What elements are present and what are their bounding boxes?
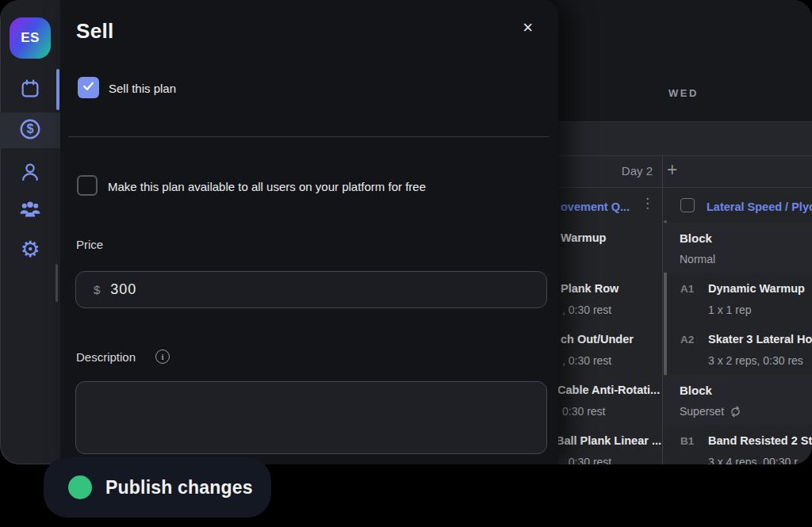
block-title: Block (680, 231, 712, 245)
block-subtitle: Normal (680, 253, 715, 265)
sidebar-item-payments[interactable]: $ (0, 113, 60, 148)
avatar[interactable]: ES (10, 17, 51, 59)
plan-view: WED Day 2 + ovement Q... ⋮ Warmup (555, 0, 812, 464)
price-value: 300 (110, 281, 136, 298)
plan-content: ovement Q... ⋮ Warmup Plank Row , 0:30 r… (555, 188, 812, 464)
free-plan-checkbox[interactable] (77, 175, 98, 196)
publish-changes-button[interactable]: Publish changes (44, 457, 271, 517)
exercise-name[interactable]: Band Resisted 2 Step (708, 434, 812, 447)
calendar-icon (19, 78, 41, 103)
block-title: Block (680, 384, 712, 397)
exercise-label: B1 (680, 435, 694, 447)
exercise-details: 1 x 1 rep (708, 304, 751, 316)
sidebar-scrollbar[interactable] (56, 264, 58, 302)
info-icon[interactable]: i (155, 349, 170, 364)
currency-prefix: $ (94, 283, 100, 296)
day-column-left: ovement Q... ⋮ Warmup Plank Row , 0:30 r… (555, 188, 662, 464)
modal-title: Sell (76, 19, 113, 44)
weekday-header-band: WED (555, 0, 812, 122)
sell-modal: Sell × Sell this plan Make this plan ava… (60, 0, 558, 464)
session-title-left[interactable]: ovement Q... (561, 200, 630, 213)
sell-this-plan-label: Sell this plan (109, 82, 176, 95)
dollar-icon: $ (18, 117, 42, 144)
sell-this-plan-checkbox[interactable] (78, 77, 99, 98)
exercise-name[interactable]: Skater 3 Lateral Hop (708, 333, 812, 346)
free-plan-label: Make this plan available to all users on… (108, 180, 426, 193)
price-input[interactable]: $ 300 (75, 271, 547, 308)
day-column-right: Lateral Speed / Plyo Block Normal A1 Dyn… (663, 188, 812, 464)
divider (68, 136, 549, 137)
description-textarea[interactable] (75, 381, 547, 454)
sidebar-item-clients[interactable] (0, 156, 60, 191)
description-label: Description (76, 350, 136, 364)
sidebar-item-groups[interactable] (0, 193, 60, 228)
gear-icon: ⚙ (20, 239, 40, 261)
day-tab-row: Day 2 + (555, 155, 812, 188)
superset-cycle-icon (730, 406, 741, 420)
exercise-details: 3 x 4 reps, 00:30 r (708, 456, 798, 464)
price-label: Price (76, 238, 103, 251)
exercise-details: 3 x 2 reps, 0:30 res (708, 354, 803, 367)
exercise-label: A1 (680, 283, 694, 295)
kebab-menu-icon[interactable]: ⋮ (641, 197, 654, 210)
status-dot-icon (68, 475, 92, 499)
person-icon (19, 161, 41, 186)
close-icon[interactable]: × (523, 19, 533, 36)
session-checkbox[interactable] (680, 198, 695, 212)
sidebar-item-calendar[interactable] (0, 73, 60, 108)
sidebar: ES $ ⚙ (0, 0, 60, 464)
exercise-label: A2 (680, 334, 694, 346)
session-title-right[interactable]: Lateral Speed / Plyo (707, 200, 812, 213)
weekday-label: WED (555, 87, 812, 99)
screen: WED Day 2 + ovement Q... ⋮ Warmup (0, 0, 812, 527)
publish-changes-label: Publish changes (105, 477, 253, 498)
app-window: WED Day 2 + ovement Q... ⋮ Warmup (0, 0, 812, 464)
check-icon (82, 79, 95, 96)
add-day-button[interactable]: + (667, 159, 677, 181)
svg-text:$: $ (27, 122, 34, 136)
block-subtitle: Superset (680, 405, 741, 420)
plan-band (555, 122, 812, 155)
group-icon (18, 197, 42, 224)
day-tab[interactable]: Day 2 (622, 164, 653, 178)
exercise-name[interactable]: Dynamic Warmup (708, 282, 805, 295)
sidebar-item-settings[interactable]: ⚙ (0, 232, 60, 267)
tab-divider (662, 156, 663, 187)
